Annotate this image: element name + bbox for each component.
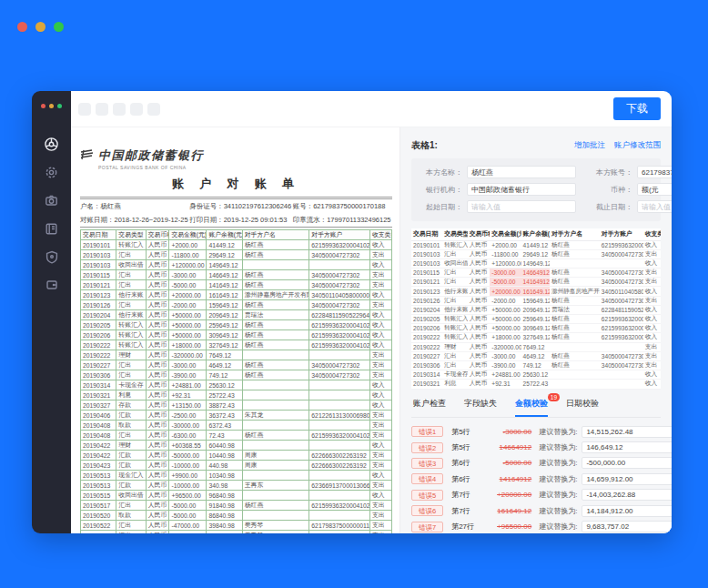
app-logo-icon[interactable]	[44, 136, 60, 152]
error-tag: 错误3	[411, 458, 443, 469]
table-cell: 收入	[643, 305, 661, 314]
table-cell: 20190205	[81, 320, 116, 330]
table-cell: 周康	[242, 461, 309, 471]
table-cell: 收入	[643, 240, 661, 249]
suggestion-input[interactable]	[582, 473, 672, 485]
suggestion-input[interactable]	[582, 505, 672, 517]
suggestion-input[interactable]	[582, 521, 672, 532]
form-field-input[interactable]	[467, 183, 576, 196]
tab-账户检查[interactable]: 账户检查	[413, 398, 446, 417]
add-annotation-link[interactable]: 增加批注	[574, 140, 605, 151]
table-cell	[309, 491, 370, 501]
table-cell: 25722.43	[521, 380, 551, 389]
form-field-input[interactable]	[467, 166, 576, 178]
suggestion-input[interactable]	[582, 457, 672, 469]
table-cell: -3000.00	[169, 270, 207, 280]
table-cell: 他行来账	[116, 290, 146, 300]
table-row[interactable]: 20190126汇出人民币-2000.00159649.12杨红燕3405000…	[411, 296, 661, 305]
table-cell: 20190222	[411, 342, 442, 351]
page-thumbnail[interactable]	[78, 103, 91, 116]
table-row[interactable]: 20190115汇出人民币-3000.0014664912杨红燕34050004…	[411, 269, 661, 278]
table-row[interactable]: 20190101转账汇入人民币+2000.0041449.12杨红燕621599…	[411, 240, 661, 249]
form-field-input[interactable]	[637, 183, 672, 196]
table-cell: 理财	[116, 441, 146, 451]
table-cell: 20190513	[81, 471, 116, 481]
shield-icon[interactable]	[44, 248, 60, 265]
gear-icon[interactable]	[44, 164, 60, 180]
form-field: 本方名称：	[420, 166, 576, 178]
table-row[interactable]: 20190306汇出人民币-3900.00749.12杨红燕3405000472…	[411, 360, 661, 370]
page-thumbnail[interactable]	[130, 103, 143, 116]
table-row[interactable]: 20190321利息人民币+92.3125722.43收入	[411, 380, 661, 389]
minimize-dot-icon[interactable]	[35, 22, 46, 32]
table-row[interactable]: 20190121汇出人民币-5000.0014164912杨红燕34050004…	[411, 278, 661, 287]
table-cell: 440.98	[207, 461, 242, 471]
transactions-table: 交易日期交易类型交易币种交易金额(元)账户余额(元)对手方户名对手方账户收支类型…	[411, 228, 661, 390]
table-cell: 收入	[370, 260, 392, 270]
close-dot-icon[interactable]	[17, 22, 27, 32]
suggestion-input[interactable]	[582, 489, 672, 501]
table-cell: 支出	[370, 350, 392, 360]
table-row[interactable]: 20190123他行来账人民币+20000.00161649.12滁州静嘉房地产…	[411, 287, 661, 296]
table-cell: 人民币	[146, 240, 169, 250]
suggestion-input[interactable]	[582, 441, 672, 453]
table-cell: 20190408	[81, 431, 116, 441]
wallet-icon[interactable]	[44, 277, 60, 293]
table-cell: 10440.98	[207, 451, 242, 461]
window-close-icon[interactable]	[41, 104, 46, 108]
table-cell: 人民币	[146, 461, 169, 471]
table-cell: 34050004727302	[600, 351, 643, 360]
table-cell: 6226663002263192	[309, 461, 370, 471]
bank-logo-icon	[80, 148, 95, 165]
form-field-input[interactable]	[637, 166, 672, 178]
page-thumbnail[interactable]	[96, 103, 108, 116]
table-cell: 杨红燕	[242, 250, 309, 260]
table-cell: 汇出	[116, 370, 146, 380]
table-cell: 收入	[643, 333, 661, 342]
download-button[interactable]: 下载	[613, 97, 661, 120]
tab-字段缺失[interactable]: 字段缺失	[464, 398, 497, 417]
form-field-input[interactable]	[637, 200, 672, 213]
table-cell: -2500.00	[169, 411, 207, 421]
table-row[interactable]: 20190314卡现金存人民币+24881.0025630.12收入	[411, 370, 661, 380]
table-cell: 汇出	[116, 431, 146, 441]
table-row[interactable]: 20190227汇出人民币-3000.004649.12杨红燕340500047…	[411, 351, 661, 360]
table-row[interactable]: 20190103汇出人民币-11800.0029649.12杨红燕3405000…	[411, 249, 661, 259]
tab-日期校验[interactable]: 日期校验	[566, 398, 599, 417]
table-row[interactable]: 20190222理财人民币-320000.007649.12支出	[411, 342, 661, 351]
table-cell: -11800.00	[169, 250, 207, 260]
account-edit-scope-link[interactable]: 账户修改范围	[614, 140, 661, 151]
table-row[interactable]: 20190204他行来账人民币+50000.00209649.12贾瑞法6228…	[411, 305, 661, 314]
camera-icon[interactable]	[44, 192, 60, 208]
table-row: 20190515收回出借人民币+96500.0096840.98收入	[81, 491, 392, 501]
table-cell: 收回出借	[116, 260, 146, 270]
tab-金额校验[interactable]: 金额校验19	[515, 398, 548, 417]
table-cell: 支出	[643, 342, 661, 351]
desktop-traffic-lights	[17, 22, 64, 32]
table-cell: +50000.00	[490, 315, 521, 324]
table-cell: 25630.12	[521, 370, 551, 380]
form-field-input[interactable]	[467, 200, 576, 213]
table-cell: 6212261313000698064	[309, 411, 370, 421]
table-row[interactable]: 20190222转账汇入人民币+18000.00327649.12杨红燕6215…	[411, 333, 661, 342]
table-cell: -3900.00	[169, 370, 207, 380]
table-cell: 取款	[116, 511, 146, 521]
table-cell: 209649.12	[521, 305, 551, 314]
notebook-icon[interactable]	[44, 220, 60, 237]
maximize-dot-icon[interactable]	[54, 22, 64, 32]
table-cell: 7649.12	[521, 342, 551, 351]
table-row[interactable]: 20190206转账汇入人民币+50000.00309649.12杨红燕6215…	[411, 324, 661, 333]
table-cell: 人民币	[146, 290, 169, 300]
table-row[interactable]: 20190205转账汇入人民币+50000.00259649.12杨红燕6215…	[411, 315, 661, 324]
table-cell: 91840.98	[207, 501, 242, 511]
table-cell	[309, 441, 370, 451]
table-row[interactable]: 20190103收回出借人民币+120000.00149649.12收入	[411, 259, 661, 268]
suggestion-input[interactable]	[582, 426, 672, 438]
window-zoom-icon[interactable]	[57, 104, 62, 108]
table-cell: -320000.00	[169, 350, 207, 360]
page-thumbnail[interactable]	[113, 103, 126, 116]
window-minimize-icon[interactable]	[49, 104, 54, 108]
page-thumbnail[interactable]	[147, 103, 160, 116]
table-cell: 转账汇入	[116, 320, 146, 330]
table-cell: 34050004727302	[309, 360, 370, 370]
